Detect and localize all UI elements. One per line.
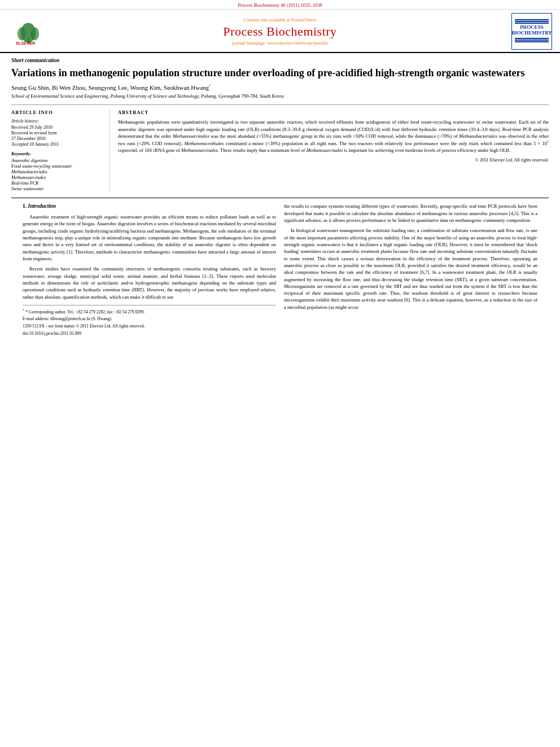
- keyword-3: Methanobacteriales: [11, 169, 104, 174]
- svg-text:ELSEVIER: ELSEVIER: [16, 41, 34, 45]
- accepted-date: Accepted 10 January 2011: [11, 142, 104, 147]
- footnote-email: E-mail address: slhwang@postech.ac.kr (S…: [23, 316, 276, 322]
- keywords-section: Keywords: Anaerobic digestion Food waste…: [11, 151, 104, 191]
- header-center: Contents lists available at ScienceDirec…: [55, 13, 505, 50]
- article-info-panel: ARTICLE INFO Article history: Received 2…: [11, 110, 110, 192]
- keyword-5: Real-time PCR: [11, 181, 104, 186]
- keyword-2: Food waste-recycling wastewater: [11, 164, 104, 169]
- article-info-heading: ARTICLE INFO: [11, 110, 104, 115]
- section-title: Introduction: [28, 203, 56, 209]
- keyword-1: Anaerobic digestion: [11, 158, 104, 163]
- abstract-heading: ABSTRACT: [118, 110, 549, 115]
- history-label: Article history:: [11, 119, 104, 124]
- svg-point-2: [17, 27, 25, 40]
- intro-para-1: Anaerobic treatment of high-strength org…: [23, 213, 276, 262]
- journal-citation-text: Process Biochemistry 46 (2011) 1035–1038: [238, 2, 322, 8]
- keyword-6: Swine wastewater: [11, 186, 104, 191]
- received-revised-date: 27 December 2010: [11, 136, 104, 141]
- abstract-section: ABSTRACT Methanogenic populations were q…: [118, 110, 549, 192]
- right-column: the results to compare systems treating …: [284, 203, 537, 338]
- received-revised-label: Received in revised form: [11, 130, 104, 136]
- svg-point-3: [30, 27, 38, 40]
- keyword-4: Methanosarcinales: [11, 175, 104, 180]
- received-date: Received 29 July 2010: [11, 125, 104, 130]
- keywords-heading: Keywords:: [11, 151, 104, 156]
- journal-homepage: journal homepage: www.elsevier.com/locat…: [233, 41, 328, 46]
- footnote-issn: 1359-5113/$ – see front matter © 2011 El…: [23, 324, 276, 330]
- logo-title-line2: BIOCHEMISTRY: [511, 30, 552, 36]
- journal-header: ELSEVIER Contents lists available at Sci…: [0, 10, 560, 53]
- journal-logo: PROCESS BIOCHEMISTRY: [511, 13, 552, 50]
- right-para-1: the results to compare systems treating …: [284, 203, 537, 224]
- journal-citation-bar: Process Biochemistry 46 (2011) 1035–1038: [0, 0, 560, 10]
- affiliation-text: School of Environmental Science and Engi…: [11, 93, 549, 99]
- footnote-doi: doi:10.1016/j.procbio.2011.01.009: [23, 331, 276, 337]
- abstract-text: Methanogenic populations were quantitati…: [118, 119, 549, 154]
- article-type-label: Short communication: [11, 58, 549, 63]
- sciencedirect-link: Contents lists available at ScienceDirec…: [244, 18, 317, 23]
- section-number: 1.: [23, 203, 28, 209]
- journal-logo-box: PROCESS BIOCHEMISTRY: [509, 13, 554, 50]
- logo-decoration-bottom: [515, 38, 549, 42]
- logo-decoration: [515, 19, 549, 24]
- paper-title: Variations in methanogenic population st…: [11, 67, 549, 80]
- main-content: 1. Introduction Anaerobic treatment of h…: [11, 203, 549, 338]
- footnote-section: * * Corresponding author. Tel.: +82 54 2…: [23, 305, 276, 337]
- paper-body: Short communication Variations in methan…: [0, 53, 560, 343]
- elsevier-logo: ELSEVIER: [6, 13, 51, 50]
- intro-para-2: Recent studies have examined the communi…: [23, 265, 276, 300]
- introduction-heading: 1. Introduction: [23, 203, 276, 211]
- authors-text: Seung Gu Shin, Bi Wen Zhou, Seungyong Le…: [11, 84, 211, 91]
- right-para-2: In biological wastewater management the …: [284, 227, 537, 311]
- footnote-corresponding: * * Corresponding author. Tel.: +82 54 2…: [23, 308, 276, 315]
- article-info-abstract-section: ARTICLE INFO Article history: Received 2…: [11, 104, 549, 192]
- elsevier-tree-icon: ELSEVIER: [13, 18, 44, 46]
- copyright-line: © 2011 Elsevier Ltd. All rights reserved…: [118, 158, 549, 163]
- left-column: 1. Introduction Anaerobic treatment of h…: [23, 203, 276, 338]
- section-divider: [11, 198, 549, 198]
- authors-list: Seung Gu Shin, Bi Wen Zhou, Seungyong Le…: [11, 84, 549, 91]
- journal-title: Process Biochemistry: [223, 24, 336, 39]
